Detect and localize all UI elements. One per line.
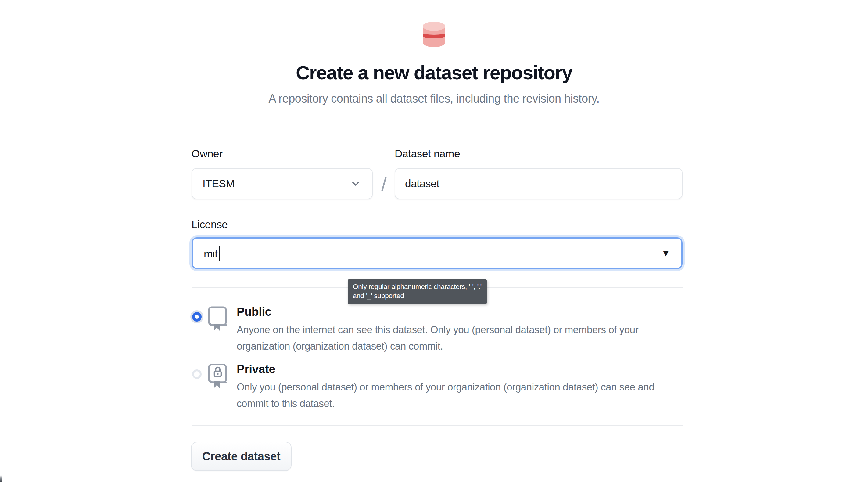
tooltip-line-2: and '_' supported [353,291,482,300]
private-desc-line-2: commit to this dataset. [237,395,654,412]
owner-select[interactable]: ITESM [191,168,373,199]
chevron-down-icon [349,178,362,190]
owner-label: Owner [191,148,223,160]
public-dataset-book-icon [208,306,227,331]
public-option-description: Anyone on the internet can see this data… [237,322,638,355]
public-radio[interactable] [192,312,202,322]
create-dataset-page: Create a new dataset repository A reposi… [0,0,868,482]
path-separator: / [373,167,395,200]
create-dataset-button[interactable]: Create dataset [191,442,291,471]
page-title: Create a new dataset repository [0,60,868,85]
page-subtitle: A repository contains all dataset files,… [0,91,868,106]
name-validation-tooltip: Only regular alphanumeric characters, '-… [348,279,487,304]
license-value: mit [204,248,218,260]
dataset-name-label: Dataset name [395,148,460,160]
owner-selected-value: ITESM [203,178,235,190]
private-desc-line-1: Only you (personal dataset) or members o… [237,379,654,395]
private-radio[interactable] [192,369,202,379]
dataset-name-input[interactable] [395,168,683,199]
tooltip-line-1: Only regular alphanumeric characters, '-… [353,282,482,291]
database-icon [423,21,445,50]
private-dataset-lock-book-icon [208,364,227,389]
private-option-description: Only you (personal dataset) or members o… [237,379,654,412]
license-label: License [191,218,228,231]
public-option-label[interactable]: Public [237,305,272,319]
license-combobox[interactable]: mit ▼ [191,237,683,269]
public-desc-line-2: organization (organization dataset) can … [237,338,638,355]
text-caret [219,246,220,261]
public-desc-line-1: Anyone on the internet can see this data… [237,322,638,338]
license-dropdown-arrow-icon[interactable]: ▼ [661,249,670,258]
section-divider-bottom [191,425,683,426]
clipped-edge-artifact [0,475,2,482]
private-option-label[interactable]: Private [237,362,275,376]
